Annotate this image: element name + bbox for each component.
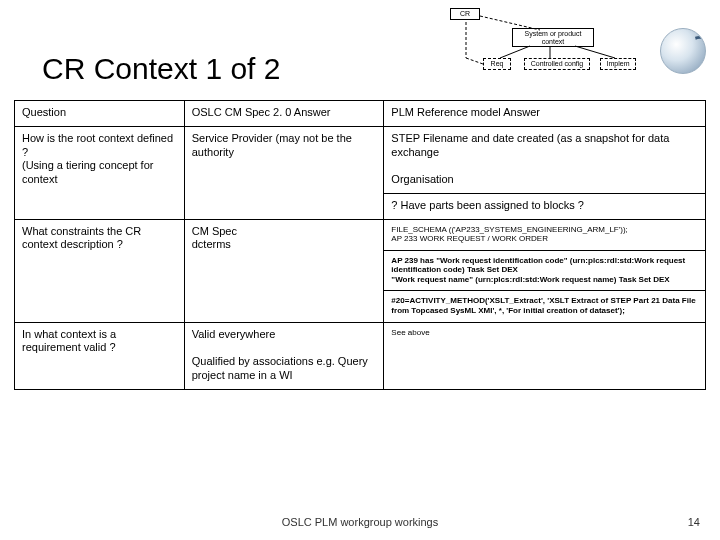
text: How is the root context defined ? xyxy=(22,132,173,158)
cell-a1: Service Provider (may not be the authori… xyxy=(184,126,384,219)
table-row: How is the root context defined ? (Using… xyxy=(15,126,706,193)
cell-p1: STEP Filename and date created (as a sna… xyxy=(384,126,706,193)
page-number: 14 xyxy=(688,516,700,528)
text: Valid everywhere xyxy=(192,328,276,340)
svg-line-2 xyxy=(480,16,540,30)
cell-p3: See above xyxy=(384,322,706,389)
text: CM Spec xyxy=(192,225,237,237)
th-oslc: OSLC CM Spec 2. 0 Answer xyxy=(184,101,384,127)
cell-a3: Valid everywhere Qualified by associatio… xyxy=(184,322,384,389)
cell-q3: In what context is a requirement valid ? xyxy=(15,322,185,389)
content-table: Question OSLC CM Spec 2. 0 Answer PLM Re… xyxy=(14,100,706,390)
cell-q2: What constraints the CR context descript… xyxy=(15,219,185,322)
cell-p2a: FILE_SCHEMA (('AP233_SYSTEMS_ENGINEERING… xyxy=(384,219,706,250)
text: AP 239 has "Work request identification … xyxy=(391,256,685,275)
cell-a2: CM Spec dcterms xyxy=(184,219,384,322)
table-row: What constraints the CR context descript… xyxy=(15,219,706,250)
cell-p1b: ? Have parts been assigned to blocks ? xyxy=(384,193,706,219)
svg-line-1 xyxy=(466,58,483,64)
cell-p2c: #20=ACTIVITY_METHOD('XSLT_Extract', 'XSL… xyxy=(384,291,706,322)
text: Qualified by associations e.g. Query pro… xyxy=(192,355,368,381)
svg-line-3 xyxy=(500,46,530,58)
logo-icon xyxy=(660,28,706,74)
th-question: Question xyxy=(15,101,185,127)
text: (Using a tiering concept for context xyxy=(22,159,153,185)
th-plm: PLM Reference model Answer xyxy=(384,101,706,127)
table-header-row: Question OSLC CM Spec 2. 0 Answer PLM Re… xyxy=(15,101,706,127)
context-diagram: CR System or product context Req Control… xyxy=(420,8,660,88)
diagram-connectors xyxy=(420,8,660,88)
text: AP 233 WORK REQUEST / WORK ORDER xyxy=(391,234,548,243)
svg-line-5 xyxy=(575,46,615,58)
text: dcterms xyxy=(192,238,231,250)
footer-text: OSLC PLM workgroup workings xyxy=(0,516,720,528)
table-row: In what context is a requirement valid ?… xyxy=(15,322,706,389)
text: STEP Filename and date created (as a sna… xyxy=(391,132,669,158)
text: "Work request name" (urn:plcs:rdl:std:Wo… xyxy=(391,275,669,284)
slide-title: CR Context 1 of 2 xyxy=(42,52,280,86)
text: Organisation xyxy=(391,173,453,185)
cell-q1: How is the root context defined ? (Using… xyxy=(15,126,185,219)
cell-p2b: AP 239 has "Work request identification … xyxy=(384,250,706,291)
text: FILE_SCHEMA (('AP233_SYSTEMS_ENGINEERING… xyxy=(391,225,627,234)
